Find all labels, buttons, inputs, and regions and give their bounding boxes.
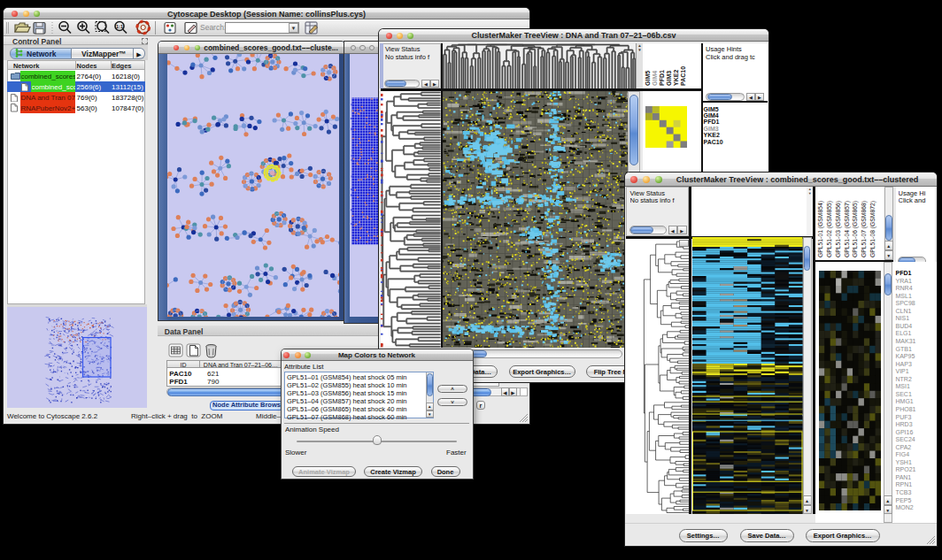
svg-text:GPL51-03 (GSM856): GPL51-03 (GSM856) xyxy=(835,201,842,257)
svg-text:GPL51-01 (GSM854): GPL51-01 (GSM854) xyxy=(817,201,824,257)
svg-text:GPL51-06 (GSM865): GPL51-06 (GSM865) xyxy=(852,201,859,257)
svg-text:GIM3: GIM3 xyxy=(666,71,672,86)
svg-text:GIM4: GIM4 xyxy=(652,71,658,86)
svg-text:GPL51-04 (GSM857): GPL51-04 (GSM857) xyxy=(844,201,851,257)
svg-text:PFD1: PFD1 xyxy=(659,70,665,86)
svg-text:1:1: 1:1 xyxy=(116,24,123,29)
svg-text:PAC10: PAC10 xyxy=(680,66,686,86)
svg-text:GPL51-08 (GSM872): GPL51-08 (GSM872) xyxy=(869,201,876,257)
svg-text:GPL51-07 (GSM868): GPL51-07 (GSM868) xyxy=(861,201,868,257)
svg-text:YKE2: YKE2 xyxy=(673,70,679,86)
svg-text:GPL51-02 (GSM855): GPL51-02 (GSM855) xyxy=(826,201,833,257)
svg-text:GIM5: GIM5 xyxy=(645,71,651,86)
